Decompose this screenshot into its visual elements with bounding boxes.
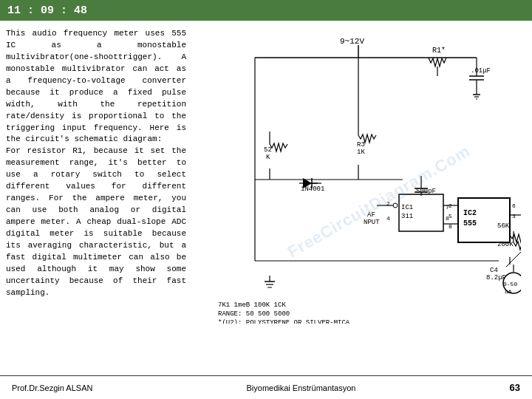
svg-text:AF: AF bbox=[367, 211, 375, 219]
svg-text:1K: 1K bbox=[357, 149, 365, 156]
footer: Prof.Dr.Sezgin ALSAN Biyomedikai Enstrüm… bbox=[0, 375, 532, 399]
svg-text:NPUT: NPUT bbox=[364, 219, 380, 226]
footer-title: Biyomedikai Enstrümantasyon bbox=[247, 383, 356, 392]
svg-text:0-50: 0-50 bbox=[503, 281, 517, 287]
diagram-column: FreeCircuitDiagram.Com 9~12V R1* .01μF bbox=[191, 28, 526, 375]
svg-text:3: 3 bbox=[512, 213, 516, 219]
svg-text:200K: 200K bbox=[497, 241, 514, 248]
svg-text:*(U2): POLYSTYRENE OR SILVER-M: *(U2): POLYSTYRENE OR SILVER-MICA bbox=[218, 319, 350, 324]
svg-text:R3: R3 bbox=[357, 141, 365, 149]
header-bar: 11 : 09 : 48 bbox=[0, 0, 532, 21]
svg-text:R1*: R1* bbox=[432, 47, 446, 55]
svg-text:6: 6 bbox=[512, 202, 516, 209]
svg-text:2: 2 bbox=[386, 200, 390, 207]
circuit-diagram: 9~12V R1* .01μF 52 K bbox=[196, 28, 521, 324]
svg-text:4: 4 bbox=[386, 215, 390, 222]
text-column: This audio frequency meter uses 555 IC a… bbox=[6, 28, 191, 375]
footer-author: Prof.Dr.Sezgin ALSAN bbox=[12, 383, 92, 392]
svg-point-37 bbox=[393, 203, 398, 208]
svg-text:9~12V: 9~12V bbox=[340, 37, 364, 46]
svg-text:555: 555 bbox=[463, 219, 477, 228]
svg-text:311: 311 bbox=[401, 213, 413, 220]
svg-text:IC2: IC2 bbox=[463, 209, 477, 217]
svg-text:5: 5 bbox=[449, 213, 452, 219]
svg-text:IC1: IC1 bbox=[401, 204, 413, 211]
time-display: 11 : 09 : 48 bbox=[7, 4, 87, 17]
svg-text:52: 52 bbox=[264, 146, 272, 154]
svg-text:K: K bbox=[266, 154, 270, 161]
svg-text:uA: uA bbox=[505, 288, 512, 295]
svg-text:56K: 56K bbox=[497, 222, 510, 230]
article-text: This audio frequency meter uses 555 IC a… bbox=[6, 28, 186, 299]
svg-text:RANGE: 50  500 5000: RANGE: 50 500 5000 bbox=[218, 310, 290, 318]
svg-text:.01μF: .01μF bbox=[471, 67, 491, 75]
footer-page: 63 bbox=[510, 382, 520, 393]
svg-text:C4: C4 bbox=[490, 267, 498, 274]
svg-text:7K1   1meB   100K   1CK: 7K1 1meB 100K 1CK bbox=[218, 301, 286, 309]
